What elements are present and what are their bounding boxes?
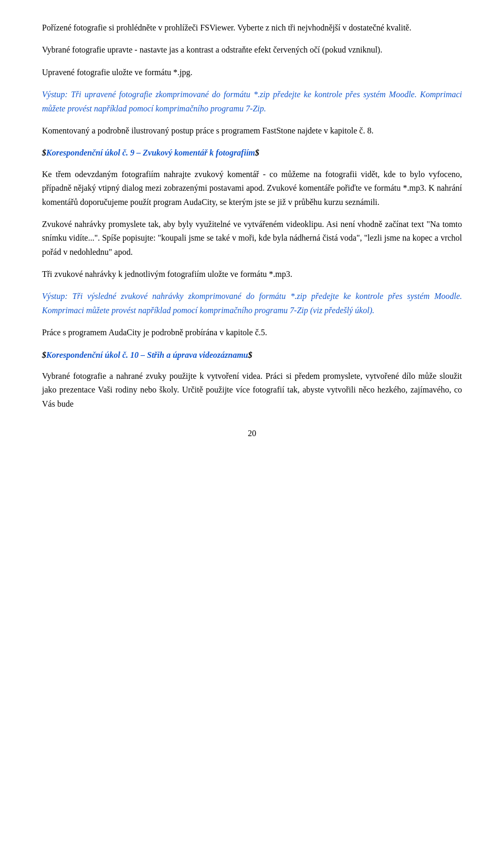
paragraph-5: Komentovaný a podrobně ilustrovaný postu…: [42, 124, 462, 138]
heading-9-suffix: $: [255, 148, 259, 157]
heading-10-suffix: $: [248, 350, 253, 359]
page: Pořízené fotografie si prohlédněte v pro…: [0, 0, 504, 857]
paragraph-3: Upravené fotografie uložte ve formátu *.…: [42, 66, 462, 79]
heading-9-label: Korespondenční úkol č. 9 – Zvukový komen…: [46, 148, 255, 157]
heading-9: $Korespondenční úkol č. 9 – Zvukový kome…: [42, 146, 462, 160]
paragraph-2: Vybrané fotografie upravte - nastavte ja…: [42, 43, 462, 57]
heading-10: $Korespondenční úkol č. 10 – Střih a úpr…: [42, 348, 462, 362]
paragraph-11: Práce s programem AudaCity je podrobně p…: [42, 326, 462, 339]
paragraph-4-output: Výstup: Tři upravené fotografie zkomprim…: [42, 88, 462, 116]
page-number: 20: [42, 427, 462, 440]
heading-10-prefix: $: [42, 350, 46, 359]
heading-10-label: Korespondenční úkol č. 10 – Střih a úpra…: [46, 350, 248, 359]
paragraph-1: Pořízené fotografie si prohlédněte v pro…: [42, 21, 462, 35]
paragraph-10-output: Výstup: Tři výsledné zvukové nahrávky zk…: [42, 290, 462, 317]
paragraph-8: Zvukové nahrávky promyslete tak, aby byl…: [42, 218, 462, 259]
paragraph-9: Tři zvukové nahrávky k jednotlivým fotog…: [42, 267, 462, 281]
paragraph-7: Ke třem odevzdaným fotografiím nahrajte …: [42, 168, 462, 209]
paragraph-13: Vybrané fotografie a nahrané zvuky použi…: [42, 369, 462, 411]
heading-9-prefix: $: [42, 148, 46, 157]
